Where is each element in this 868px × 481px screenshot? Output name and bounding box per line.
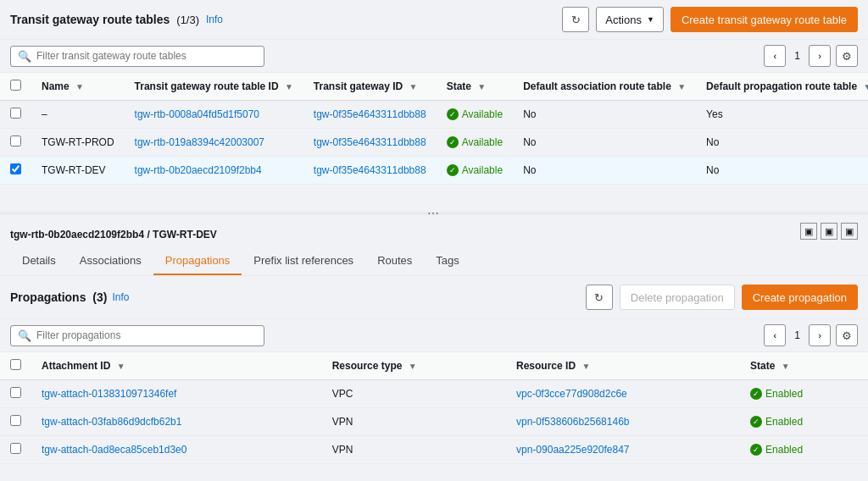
prop-settings-button[interactable]: ⚙	[836, 324, 858, 346]
gear-icon: ⚙	[842, 50, 852, 63]
main-layout: Transit gateway route tables (1/3) Info …	[0, 0, 868, 481]
route-table-id-sort-icon: ▼	[285, 82, 293, 91]
table-row: TGW-RT-DEV tgw-rtb-0b20aecd2109f2bb4 tgw…	[0, 157, 868, 185]
resource-type-sort-icon: ▼	[409, 362, 417, 371]
state-sort-icon: ▼	[477, 82, 486, 91]
col-gateway-id: Transit gateway ID ▼	[303, 73, 437, 101]
prop-table-container: Attachment ID ▼ Resource type ▼ Resource…	[0, 352, 868, 481]
top-prev-button[interactable]: ‹	[764, 45, 786, 67]
propagations-title-text: Propagations (3)	[10, 290, 107, 304]
propagations-section-header: Propagations (3) Info ↻ Delete propagati…	[0, 276, 868, 319]
tab-routes[interactable]: Routes	[365, 247, 424, 275]
prop-table-row: tgw-attach-0138310971346fef VPC vpc-0f3c…	[0, 380, 868, 408]
row-gateway-id-2: tgw-0f35e4643311dbb88	[303, 157, 437, 185]
row-default-assoc-0: No	[513, 101, 696, 129]
prop-row-checkbox-1[interactable]	[10, 415, 21, 426]
prop-row-checkbox-2[interactable]	[10, 443, 21, 454]
prop-resource-type-1: VPN	[322, 408, 506, 436]
create-propagation-button[interactable]: Create propagation	[742, 285, 858, 310]
col-state: State ▼	[437, 73, 513, 101]
chevron-down-icon: ▼	[647, 15, 654, 24]
top-panel: Transit gateway route tables (1/3) Info …	[0, 0, 868, 212]
row-gateway-id-1: tgw-0f35e4643311dbb88	[303, 129, 437, 157]
top-table-container: Name ▼ Transit gateway route table ID ▼ …	[0, 73, 868, 212]
prop-search-icon: 🔍	[18, 329, 31, 342]
propagations-title: Propagations (3) Info	[10, 290, 130, 304]
prop-state-sort-icon: ▼	[782, 362, 790, 371]
row-name-2: TGW-RT-DEV	[31, 157, 125, 185]
name-sort-icon: ▼	[75, 82, 84, 91]
prop-refresh-button[interactable]: ↻	[586, 285, 613, 310]
propagations-table: Attachment ID ▼ Resource type ▼ Resource…	[0, 352, 868, 464]
prop-select-all-checkbox[interactable]	[10, 359, 21, 370]
actions-button[interactable]: Actions ▼	[596, 7, 664, 32]
col-prop-state: State ▼	[740, 352, 868, 380]
prop-resource-id-1: vpn-0f538606b2568146b	[506, 408, 740, 436]
top-select-all-checkbox[interactable]	[10, 80, 21, 91]
top-panel-info-link[interactable]: Info	[206, 14, 223, 25]
prop-attachment-id-1: tgw-attach-03fab86d9dcfb62b1	[31, 408, 322, 436]
col-resource-id: Resource ID ▼	[506, 352, 740, 380]
prop-page-number: 1	[791, 329, 804, 341]
search-icon: 🔍	[18, 50, 31, 63]
prop-row-checkbox-0[interactable]	[10, 387, 21, 398]
row-checkbox-1[interactable]	[10, 135, 21, 147]
prop-title-label: Propagations	[10, 290, 86, 304]
row-state-2: ✓Available	[437, 157, 513, 185]
row-default-assoc-1: No	[513, 129, 696, 157]
row-default-prop-2: No	[696, 157, 868, 185]
view-btn-2[interactable]: ▣	[821, 223, 837, 240]
row-state-1: ✓Available	[437, 129, 513, 157]
tab-details[interactable]: Details	[10, 247, 68, 275]
row-default-prop-1: No	[696, 129, 868, 157]
prop-sort-icon: ▼	[863, 82, 868, 91]
top-panel-count: (1/3)	[176, 14, 199, 26]
create-route-table-button[interactable]: Create transit gateway route table	[670, 7, 858, 32]
prop-search-input[interactable]	[36, 329, 257, 341]
row-checkbox-0[interactable]	[10, 108, 21, 119]
prop-attachment-id-0: tgw-attach-0138310971346fef	[31, 380, 322, 408]
propagations-info-link[interactable]: Info	[112, 291, 129, 303]
col-default-prop: Default propagation route table ▼	[696, 73, 868, 101]
view-btn-1[interactable]: ▣	[800, 223, 817, 240]
top-panel-title: Transit gateway route tables	[10, 13, 170, 26]
table-row: – tgw-rtb-0008a04fd5d1f5070 tgw-0f35e464…	[0, 101, 868, 129]
route-tables-table: Name ▼ Transit gateway route table ID ▼ …	[0, 73, 868, 185]
delete-propagation-button[interactable]: Delete propagation	[620, 285, 735, 310]
col-name: Name ▼	[31, 73, 125, 101]
row-route-table-id-0: tgw-rtb-0008a04fd5d1f5070	[125, 101, 303, 129]
prop-refresh-icon: ↻	[594, 291, 604, 304]
view-btn-3[interactable]: ▣	[841, 223, 858, 240]
top-settings-button[interactable]: ⚙	[836, 45, 858, 67]
bottom-panel: tgw-rtb-0b20aecd2109f2bb4 / TGW-RT-DEV ▣…	[0, 215, 868, 481]
tab-associations[interactable]: Associations	[68, 247, 153, 275]
prop-pagination: ‹ 1 › ⚙	[764, 324, 858, 346]
top-search-input[interactable]	[36, 50, 257, 62]
top-panel-header: Transit gateway route tables (1/3) Info …	[0, 0, 868, 40]
row-route-table-id-2: tgw-rtb-0b20aecd2109f2bb4	[125, 157, 303, 185]
prop-table-row: tgw-attach-03fab86d9dcfb62b1 VPN vpn-0f5…	[0, 408, 868, 436]
col-resource-type: Resource type ▼	[322, 352, 506, 380]
top-refresh-button[interactable]: ↻	[562, 7, 589, 32]
tab-tags[interactable]: Tags	[424, 247, 470, 275]
prop-chevron-right-icon: ›	[818, 330, 821, 340]
prop-resource-id-0: vpc-0f3cce77d908d2c6e	[506, 380, 740, 408]
tab-prefix-list-references[interactable]: Prefix list references	[242, 247, 365, 275]
actions-label: Actions	[605, 14, 642, 26]
resource-id-sort-icon: ▼	[581, 362, 590, 371]
chevron-right-icon: ›	[818, 51, 821, 61]
top-next-button[interactable]: ›	[809, 45, 831, 67]
prop-prev-button[interactable]: ‹	[764, 324, 786, 346]
prop-next-button[interactable]: ›	[809, 324, 831, 346]
row-name-1: TGW-RT-PROD	[31, 129, 125, 157]
gateway-id-sort-icon: ▼	[409, 82, 418, 91]
prop-attachment-id-2: tgw-attach-0ad8eca85ceb1d3e0	[31, 436, 322, 464]
tab-propagations[interactable]: Propagations	[153, 247, 242, 275]
prop-table-row: tgw-attach-0ad8eca85ceb1d3e0 VPN vpn-090…	[0, 436, 868, 464]
panel-title: Transit gateway route tables (1/3) Info	[10, 13, 223, 26]
top-page-number: 1	[791, 50, 804, 62]
row-checkbox-2[interactable]	[10, 163, 21, 174]
row-route-table-id-1: tgw-rtb-019a8394c42003007	[125, 129, 303, 157]
tabs-nav: DetailsAssociationsPropagationsPrefix li…	[10, 247, 858, 275]
prop-resource-type-2: VPN	[322, 436, 506, 464]
